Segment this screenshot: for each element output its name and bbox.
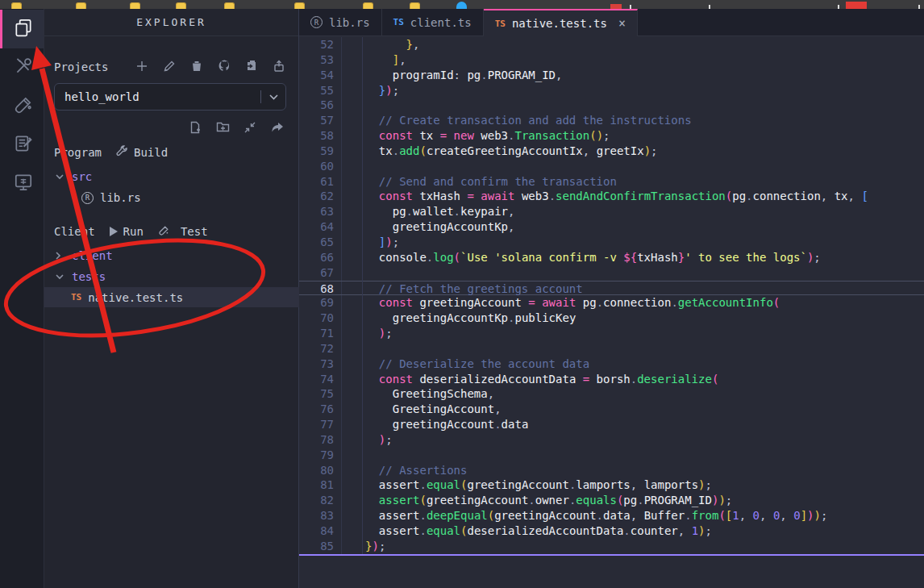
file-name-native-test-ts: native.test.ts — [88, 291, 183, 304]
browser-item-red-box — [846, 2, 867, 9]
folder-row-src[interactable]: src — [44, 168, 299, 186]
line-number: 79 — [299, 448, 342, 463]
test-button[interactable]: Test — [158, 225, 208, 239]
code-line-81[interactable]: 81 assert.equal(greetingAccount.lamports… — [299, 477, 924, 493]
code-line-56[interactable]: 56 — [299, 98, 924, 113]
new-folder-icon — [216, 121, 230, 136]
projects-label: Projects — [54, 60, 108, 73]
new-file-icon — [189, 121, 202, 136]
code-line-71[interactable]: 71 ); — [299, 326, 924, 341]
code-area[interactable]: 52 },53 ],54 programId: pg.PROGRAM_ID,55… — [299, 37, 924, 554]
code-line-61[interactable]: 61 // Send and confirm the transaction — [299, 174, 924, 190]
line-number: 69 — [299, 295, 342, 311]
delete-project-button[interactable] — [188, 58, 206, 76]
code-line-77[interactable]: 77 greetingAccount.data — [299, 417, 924, 432]
trash-icon — [190, 60, 203, 75]
code-line-54[interactable]: 54 programId: pg.PROGRAM_ID, — [299, 68, 924, 83]
browser-item-red-text — [610, 4, 622, 9]
code-line-73[interactable]: 73 // Deserialize the account data — [299, 357, 924, 372]
github-icon — [218, 59, 231, 75]
build-button[interactable]: Build — [116, 145, 168, 160]
import-project-button[interactable] — [243, 58, 260, 76]
browser-item-white — [918, 5, 920, 9]
code-line-67[interactable]: 67 — [299, 265, 924, 281]
close-tab-icon[interactable]: × — [618, 16, 626, 31]
code-line-65[interactable]: 65 ]); — [299, 235, 924, 250]
new-file-button[interactable] — [186, 119, 204, 137]
code-line-78[interactable]: 78 ); — [299, 432, 924, 448]
code-line-74[interactable]: 74 const deserializedAccountData = borsh… — [299, 372, 924, 387]
run-label: Run — [123, 225, 144, 238]
code-text: // Send and confirm the transaction — [342, 174, 617, 190]
new-project-button[interactable] — [133, 58, 151, 76]
project-select[interactable]: hello_world — [54, 83, 286, 111]
rust-icon: R — [310, 16, 323, 28]
play-icon — [110, 227, 118, 236]
code-line-69[interactable]: 69 const greetingAccount = await pg.conn… — [299, 295, 924, 311]
folder-name-client: client — [72, 249, 113, 262]
code-line-80[interactable]: 80 // Assertions — [299, 463, 924, 478]
code-line-66[interactable]: 66 console.log(`Use 'solana confirm -v $… — [299, 250, 924, 265]
code-line-84[interactable]: 84 assert.equal(deserializedAccountData.… — [299, 523, 924, 539]
tab-client-ts[interactable]: TS client.ts — [382, 9, 484, 35]
activity-item-build-tools[interactable] — [0, 48, 44, 87]
line-number: 59 — [299, 144, 342, 159]
activity-bar — [0, 9, 44, 588]
file-row-native-test-ts[interactable]: TS native.test.ts — [44, 287, 299, 307]
document-pencil-icon — [13, 133, 34, 157]
pencil-icon — [163, 60, 176, 75]
tab-native-test-ts[interactable]: TS native.test.ts × — [484, 9, 638, 36]
activity-item-terminal-monitor[interactable] — [0, 165, 44, 203]
export-project-button[interactable] — [270, 58, 288, 76]
chevron-down-icon — [56, 174, 65, 180]
activity-item-test[interactable] — [0, 87, 44, 126]
code-text: const deserializedAccountData = borsh.de… — [342, 372, 718, 387]
share-button[interactable] — [268, 119, 286, 137]
test-label: Test — [181, 225, 208, 238]
explorer-files-icon — [13, 17, 34, 41]
code-line-53[interactable]: 53 ], — [299, 52, 924, 68]
code-line-75[interactable]: 75 GreetingSchema, — [299, 386, 924, 402]
code-line-79[interactable]: 79 — [299, 448, 924, 463]
folder-row-tests[interactable]: tests — [44, 268, 299, 286]
code-text: const txHash = await web3.sendAndConfirm… — [342, 189, 868, 204]
code-line-58[interactable]: 58 const tx = new web3.Transaction(); — [299, 128, 924, 144]
code-line-85[interactable]: 85}); — [299, 539, 924, 554]
github-button[interactable] — [215, 58, 233, 76]
run-button[interactable]: Run — [110, 225, 144, 238]
rust-icon: R — [81, 192, 94, 204]
code-line-63[interactable]: 63 pg.wallet.keypair, — [299, 204, 924, 219]
line-number: 76 — [299, 402, 342, 417]
code-line-57[interactable]: 57 // Create transaction and add the ins… — [299, 113, 924, 128]
line-number: 84 — [299, 523, 342, 539]
line-number: 72 — [299, 341, 342, 357]
tab-lib-rs[interactable]: R lib.rs — [299, 9, 382, 35]
code-line-64[interactable]: 64 greetingAccountKp, — [299, 219, 924, 235]
code-text: tx.add(createGreetingAccountIx, greetIx)… — [342, 144, 658, 159]
code-line-70[interactable]: 70 greetingAccountKp.publicKey — [299, 311, 924, 326]
line-number: 65 — [299, 235, 342, 250]
collapse-folders-button[interactable] — [241, 119, 259, 137]
chevron-down-icon — [261, 94, 285, 100]
code-line-62[interactable]: 62 const txHash = await web3.sendAndConf… — [299, 189, 924, 204]
code-text: // Create transaction and add the instru… — [342, 113, 692, 128]
new-folder-button[interactable] — [214, 119, 231, 137]
code-line-59[interactable]: 59 tx.add(createGreetingAccountIx, greet… — [299, 144, 924, 159]
file-row-lib-rs[interactable]: R lib.rs — [44, 189, 299, 206]
rename-project-button[interactable] — [160, 58, 178, 76]
activity-item-explorer[interactable] — [0, 10, 44, 48]
code-line-55[interactable]: 55 }); — [299, 83, 924, 98]
code-line-60[interactable]: 60 — [299, 159, 924, 174]
code-line-72[interactable]: 72 — [299, 341, 924, 357]
code-line-68[interactable]: 68 // Fetch the greetings account — [299, 281, 924, 296]
program-label: Program — [54, 146, 102, 159]
activity-item-tutorials[interactable] — [0, 126, 44, 165]
code-line-76[interactable]: 76 GreetingAccount, — [299, 402, 924, 417]
code-line-82[interactable]: 82 assert(greetingAccount.owner.equals(p… — [299, 493, 924, 508]
code-line-83[interactable]: 83 assert.deepEqual(greetingAccount.data… — [299, 508, 924, 523]
code-line-52[interactable]: 52 }, — [299, 37, 924, 52]
tab-label: lib.rs — [329, 16, 370, 29]
folder-row-client[interactable]: client — [44, 247, 299, 265]
browser-item-yellow — [410, 2, 420, 9]
code-text: GreetingAccount, — [342, 402, 502, 417]
